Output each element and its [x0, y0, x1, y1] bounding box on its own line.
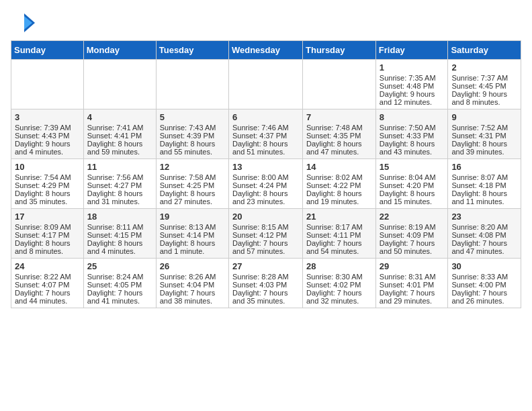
day-header-saturday: Saturday [448, 41, 521, 60]
day-number: 30 [451, 261, 517, 271]
day-info: Sunrise: 8:17 AM [306, 223, 372, 231]
calendar-cell: 7Sunrise: 7:48 AMSunset: 4:35 PMDaylight… [303, 109, 376, 159]
day-info: Daylight: 7 hours and 29 minutes. [380, 289, 445, 305]
day-info: Sunrise: 7:41 AM [87, 124, 152, 132]
day-info: Sunset: 4:45 PM [451, 82, 517, 90]
calendar-cell: 9Sunrise: 7:52 AMSunset: 4:31 PMDaylight… [448, 109, 521, 159]
day-info: Sunrise: 8:33 AM [451, 273, 517, 281]
day-info: Sunrise: 7:46 AM [232, 124, 299, 132]
day-number: 4 [87, 112, 152, 122]
calendar-cell: 5Sunrise: 7:43 AMSunset: 4:39 PMDaylight… [156, 109, 228, 159]
calendar-cell: 12Sunrise: 7:58 AMSunset: 4:25 PMDayligh… [156, 159, 228, 209]
day-info: Sunset: 4:09 PM [380, 231, 445, 239]
day-info: Sunset: 4:05 PM [87, 281, 152, 289]
day-info: Daylight: 7 hours and 26 minutes. [451, 289, 517, 305]
day-info: Sunset: 4:43 PM [15, 132, 80, 140]
day-number: 6 [232, 112, 299, 122]
day-info: Daylight: 8 hours and 47 minutes. [306, 140, 372, 156]
day-number: 26 [160, 261, 225, 271]
calendar-cell: 13Sunrise: 8:00 AMSunset: 4:24 PMDayligh… [228, 159, 302, 209]
day-info: Sunrise: 7:43 AM [160, 124, 225, 132]
day-header-friday: Friday [375, 41, 448, 60]
day-info: Sunrise: 7:52 AM [451, 124, 517, 132]
calendar-cell: 26Sunrise: 8:26 AMSunset: 4:04 PMDayligh… [156, 259, 228, 308]
day-info: Sunrise: 7:39 AM [15, 124, 80, 132]
day-info: Sunrise: 8:04 AM [380, 173, 445, 181]
day-info: Sunset: 4:08 PM [451, 231, 517, 239]
page-header [11, 11, 521, 35]
day-info: Daylight: 7 hours and 54 minutes. [306, 239, 372, 255]
day-info: Daylight: 8 hours and 27 minutes. [160, 189, 225, 205]
calendar-cell: 11Sunrise: 7:56 AMSunset: 4:27 PMDayligh… [83, 159, 156, 209]
day-info: Sunrise: 8:28 AM [232, 273, 299, 281]
day-info: Sunset: 4:07 PM [15, 281, 80, 289]
calendar-cell: 8Sunrise: 7:50 AMSunset: 4:33 PMDaylight… [375, 109, 448, 159]
day-info: Daylight: 8 hours and 4 minutes. [87, 239, 152, 255]
day-info: Daylight: 9 hours and 4 minutes. [15, 140, 80, 156]
day-info: Sunrise: 8:30 AM [306, 273, 372, 281]
day-number: 25 [87, 261, 152, 271]
day-number: 11 [87, 162, 152, 172]
day-info: Sunset: 4:03 PM [232, 281, 299, 289]
day-info: Sunrise: 8:09 AM [15, 223, 80, 231]
calendar-cell: 16Sunrise: 8:07 AMSunset: 4:18 PMDayligh… [448, 159, 521, 209]
day-number: 22 [380, 212, 445, 222]
day-info: Sunset: 4:24 PM [232, 181, 299, 189]
day-number: 16 [451, 162, 517, 172]
calendar-cell: 17Sunrise: 8:09 AMSunset: 4:17 PMDayligh… [11, 209, 84, 259]
day-info: Sunrise: 7:58 AM [160, 173, 225, 181]
day-info: Sunrise: 7:37 AM [451, 74, 517, 82]
calendar-cell: 25Sunrise: 8:24 AMSunset: 4:05 PMDayligh… [83, 259, 156, 308]
day-info: Daylight: 8 hours and 31 minutes. [87, 189, 152, 205]
day-info: Sunrise: 8:31 AM [380, 273, 445, 281]
day-info: Sunset: 4:14 PM [160, 231, 225, 239]
calendar-cell: 18Sunrise: 8:11 AMSunset: 4:15 PMDayligh… [83, 209, 156, 259]
day-number: 12 [160, 162, 225, 172]
day-info: Daylight: 7 hours and 50 minutes. [380, 239, 445, 255]
day-info: Sunrise: 8:07 AM [451, 173, 517, 181]
day-info: Daylight: 8 hours and 23 minutes. [232, 189, 299, 205]
day-number: 7 [306, 112, 372, 122]
day-info: Sunset: 4:20 PM [380, 181, 445, 189]
calendar-cell: 21Sunrise: 8:17 AMSunset: 4:11 PMDayligh… [303, 209, 376, 259]
day-info: Sunset: 4:00 PM [451, 281, 517, 289]
day-info: Daylight: 7 hours and 41 minutes. [87, 289, 152, 305]
calendar-cell: 19Sunrise: 8:13 AMSunset: 4:14 PMDayligh… [156, 209, 228, 259]
day-info: Sunset: 4:29 PM [15, 181, 80, 189]
day-info: Sunrise: 7:54 AM [15, 173, 80, 181]
day-info: Sunset: 4:33 PM [380, 132, 445, 140]
day-number: 29 [380, 261, 445, 271]
calendar-cell: 6Sunrise: 7:46 AMSunset: 4:37 PMDaylight… [228, 109, 302, 159]
day-number: 24 [15, 261, 80, 271]
calendar-cell [83, 60, 156, 109]
day-number: 28 [306, 261, 372, 271]
day-info: Sunset: 4:12 PM [232, 231, 299, 239]
day-number: 23 [451, 212, 517, 222]
calendar-cell: 4Sunrise: 7:41 AMSunset: 4:41 PMDaylight… [83, 109, 156, 159]
calendar-week-4: 17Sunrise: 8:09 AMSunset: 4:17 PMDayligh… [11, 209, 521, 259]
day-number: 19 [160, 212, 225, 222]
day-info: Sunset: 4:17 PM [15, 231, 80, 239]
day-info: Sunset: 4:25 PM [160, 181, 225, 189]
calendar-cell: 28Sunrise: 8:30 AMSunset: 4:02 PMDayligh… [303, 259, 376, 308]
calendar-cell: 30Sunrise: 8:33 AMSunset: 4:00 PMDayligh… [448, 259, 521, 308]
calendar-cell: 14Sunrise: 8:02 AMSunset: 4:22 PMDayligh… [303, 159, 376, 209]
day-info: Sunset: 4:31 PM [451, 132, 517, 140]
day-number: 18 [87, 212, 152, 222]
day-number: 27 [232, 261, 299, 271]
day-number: 8 [380, 112, 445, 122]
day-info: Sunset: 4:15 PM [87, 231, 152, 239]
day-number: 10 [15, 162, 80, 172]
day-info: Daylight: 7 hours and 47 minutes. [451, 239, 517, 255]
day-header-wednesday: Wednesday [228, 41, 302, 60]
day-info: Sunrise: 8:19 AM [380, 223, 445, 231]
day-info: Sunrise: 8:15 AM [232, 223, 299, 231]
day-info: Sunset: 4:41 PM [87, 132, 152, 140]
day-info: Daylight: 9 hours and 8 minutes. [451, 90, 517, 106]
day-number: 2 [451, 62, 517, 73]
calendar-week-3: 10Sunrise: 7:54 AMSunset: 4:29 PMDayligh… [11, 159, 521, 209]
calendar-cell: 3Sunrise: 7:39 AMSunset: 4:43 PMDaylight… [11, 109, 84, 159]
calendar-cell: 15Sunrise: 8:04 AMSunset: 4:20 PMDayligh… [375, 159, 448, 209]
day-info: Sunrise: 8:13 AM [160, 223, 225, 231]
day-number: 13 [232, 162, 299, 172]
